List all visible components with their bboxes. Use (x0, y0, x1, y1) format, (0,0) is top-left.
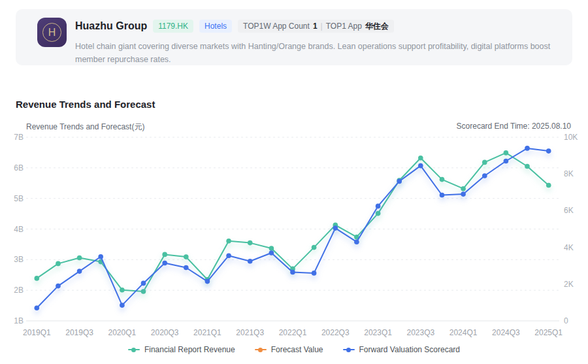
left-axis-tick: 7B (14, 133, 24, 142)
data-point[interactable] (482, 173, 487, 178)
legend-item-financial-report-revenue[interactable]: Financial Report Revenue (128, 345, 235, 354)
legend-item-forecast-value[interactable]: Forecast Value (255, 345, 323, 354)
data-point[interactable] (440, 193, 445, 198)
revenue-trends-chart[interactable]: 7B6B5B4B3B2B1B10K8K6K4K2K02019Q12019Q320… (0, 131, 588, 343)
data-point[interactable] (56, 284, 61, 289)
data-point[interactable] (184, 254, 189, 259)
logo-letter: H (42, 23, 61, 42)
right-axis-tick: 0 (564, 316, 568, 325)
scorecard-end-time: Scorecard End Time: 2025.08.10 (457, 122, 571, 131)
company-description: Hotel chain giant covering diverse marke… (75, 40, 572, 66)
data-point[interactable] (504, 159, 509, 164)
data-point[interactable] (418, 163, 423, 169)
data-point[interactable] (226, 253, 231, 258)
top-app-mid: TOP1 App (326, 20, 362, 33)
legend-line-dot-icon (255, 347, 267, 352)
data-point[interactable] (184, 265, 189, 271)
data-point[interactable] (504, 150, 509, 156)
data-point[interactable] (120, 288, 125, 293)
x-axis-tick: 2025Q1 (534, 328, 563, 337)
data-point[interactable] (35, 276, 40, 281)
company-logo: H (37, 18, 67, 47)
x-axis-tick: 2019Q1 (23, 328, 51, 337)
left-axis-tick: 4B (14, 225, 24, 234)
x-axis-tick: 2020Q1 (108, 328, 137, 337)
sector-badge[interactable]: Hotels (199, 20, 232, 33)
data-point[interactable] (546, 183, 551, 188)
top-app-prefix: TOP1W App Count (243, 20, 310, 33)
data-point[interactable] (397, 179, 402, 184)
right-axis-tick: 6K (564, 206, 574, 215)
left-axis-tick: 5B (14, 194, 24, 203)
right-axis-tick: 8K (564, 169, 574, 178)
data-point[interactable] (546, 148, 551, 154)
ticker-badge[interactable]: 1179.HK (153, 20, 193, 33)
right-axis-tick: 2K (564, 280, 574, 289)
left-axis-tick: 2B (14, 286, 24, 295)
data-point[interactable] (77, 269, 82, 274)
legend-line-dot-icon (343, 347, 355, 352)
data-point[interactable] (226, 239, 231, 244)
data-point[interactable] (525, 146, 530, 151)
data-point[interactable] (162, 261, 167, 266)
data-point[interactable] (354, 239, 359, 244)
top-app-count: 1 (313, 20, 318, 33)
data-point[interactable] (418, 156, 423, 161)
right-axis-tick: 4K (564, 243, 574, 252)
data-point[interactable] (290, 270, 295, 275)
top-app-badge: TOP1W App Count 1 | TOP1 App 华住会 (238, 20, 394, 33)
data-point[interactable] (35, 306, 40, 311)
company-card: H Huazhu Group 1179.HK Hotels TOP1W App … (16, 9, 572, 65)
data-point[interactable] (440, 177, 445, 182)
data-point[interactable] (482, 160, 487, 165)
legend-label: Financial Report Revenue (144, 345, 235, 354)
x-axis-tick: 2022Q1 (279, 328, 307, 337)
x-axis-tick: 2021Q1 (193, 328, 221, 337)
section-title: Revenue Trends and Forecast (16, 99, 155, 110)
x-axis-tick: 2023Q3 (406, 328, 434, 337)
data-point[interactable] (525, 164, 530, 169)
dashboard-page: H Huazhu Group 1179.HK Hotels TOP1W App … (0, 0, 588, 364)
data-point[interactable] (269, 246, 274, 251)
data-point[interactable] (205, 279, 210, 284)
data-point[interactable] (461, 186, 466, 191)
x-axis-tick: 2019Q3 (65, 328, 93, 337)
x-axis-tick: 2024Q1 (449, 328, 478, 337)
data-point[interactable] (312, 245, 317, 250)
x-axis-tick: 2024Q3 (492, 328, 520, 337)
right-axis-tick: 10K (564, 133, 578, 142)
data-point[interactable] (312, 271, 317, 276)
data-point[interactable] (162, 252, 167, 257)
x-axis-tick: 2023Q1 (364, 328, 392, 337)
legend-item-forward-valuation-scorecard[interactable]: Forward Valuation Scorecard (343, 345, 461, 354)
company-title-row: Huazhu Group 1179.HK Hotels TOP1W App Co… (75, 20, 394, 33)
data-point[interactable] (248, 240, 253, 246)
series-forward-valuation-scorecard (35, 146, 551, 310)
data-point[interactable] (376, 211, 381, 216)
data-point[interactable] (141, 281, 146, 286)
data-point[interactable] (333, 225, 338, 231)
company-name: Huazhu Group (75, 20, 147, 32)
data-point[interactable] (77, 256, 82, 261)
chart-legend: Financial Report RevenueForecast ValueFo… (0, 345, 588, 354)
data-point[interactable] (376, 204, 381, 209)
data-point[interactable] (98, 254, 103, 259)
legend-label: Forward Valuation Scorecard (359, 345, 461, 354)
top-app-name: 华住会 (365, 20, 389, 33)
data-point[interactable] (461, 191, 466, 197)
data-point[interactable] (141, 289, 146, 294)
series-line (37, 148, 548, 308)
left-axis-tick: 6B (14, 163, 24, 173)
left-axis-tick: 3B (14, 255, 24, 264)
left-axis-tick: 1B (14, 316, 24, 325)
data-point[interactable] (120, 303, 125, 308)
data-point[interactable] (269, 250, 274, 256)
x-axis-tick: 2022Q3 (321, 328, 350, 337)
legend-label: Forecast Value (271, 345, 323, 354)
legend-line-dot-icon (128, 347, 140, 352)
data-point[interactable] (56, 261, 61, 267)
x-axis-tick: 2021Q3 (236, 328, 264, 337)
x-axis-tick: 2020Q3 (151, 328, 179, 337)
data-point[interactable] (248, 259, 253, 264)
badge-divider: | (321, 20, 323, 33)
